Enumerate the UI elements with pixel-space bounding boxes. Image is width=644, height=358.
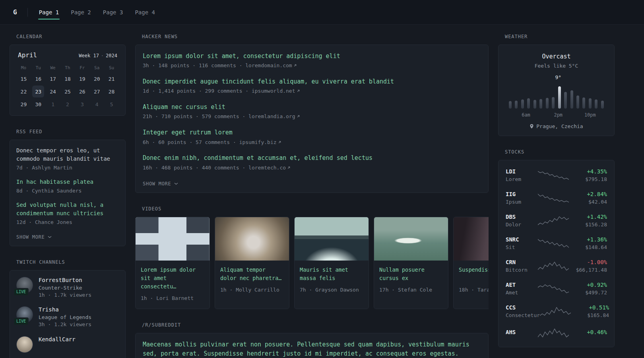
news-headline[interactable]: Lorem ipsum dolor sit amet, consectetur … — [143, 52, 481, 61]
channel-meta: 3h · 1.2k viewers — [39, 321, 91, 329]
video-title[interactable]: Lorem ipsum dolor sit amet consectetu… — [141, 266, 204, 291]
stock-row: AHS +0.46% — [505, 323, 608, 343]
calendar-day: 15 — [17, 73, 29, 85]
weather-bar — [564, 92, 567, 109]
stock-values: +1.42% $156.28 — [569, 214, 607, 228]
news-headline[interactable]: Aliquam nec cursus elit — [143, 103, 481, 112]
calendar-week: Week 17 — [79, 53, 99, 58]
rss-headline[interactable]: In hac habitasse platea — [16, 178, 119, 186]
calendar-day: 2 — [62, 98, 74, 110]
calendar-day: 1 — [47, 98, 59, 110]
avatar-wrap — [16, 336, 33, 353]
video-card[interactable]: Suspendisse diam 18h · Tara — [453, 217, 489, 309]
stock-values: -1.00% $66,171.48 — [569, 259, 607, 273]
channel-game: Counter-Strike — [39, 285, 91, 291]
video-title[interactable]: Mauris sit amet massa felis — [300, 266, 363, 282]
news-meta: 6h · 60 points · 57 comments · ipsumify.… — [143, 139, 481, 146]
video-card[interactable]: Nullam posuere cursus ex 17h · Stefan Co… — [374, 217, 448, 309]
chevron-down-icon — [48, 236, 52, 238]
channel-name[interactable]: KendallCarr — [39, 336, 76, 342]
news-domain-link[interactable]: loremlandia.org — [248, 113, 295, 119]
separator-dot: · — [101, 53, 104, 58]
video-title[interactable]: Aliquam tempor dolor nec pharetra… — [220, 266, 284, 282]
stock-values: +0.51% $165.84 — [571, 304, 609, 318]
rss-meta: 8d · Cynthia Saunders — [16, 187, 119, 195]
weather-bar — [546, 98, 549, 109]
news-domain-link[interactable]: loremdomain.com — [245, 62, 292, 68]
video-card[interactable]: Aliquam tempor dolor nec pharetra… 1h · … — [215, 217, 289, 309]
tab-page-1[interactable]: Page 1 — [38, 1, 60, 24]
weather-feels-like: Feels like 5°C — [506, 63, 607, 69]
news-headline[interactable]: Donec imperdiet augue tincidunt felis al… — [143, 77, 481, 86]
video-title[interactable]: Nullam posuere cursus ex — [379, 266, 443, 282]
external-link-icon — [293, 64, 297, 67]
twitch-channel: LIVE ForrestBurton Counter-Strike 1h · 1… — [16, 277, 119, 299]
stock-change: -1.00% — [569, 259, 607, 265]
tab-page-3[interactable]: Page 3 — [102, 1, 124, 24]
twitch-widget: TWITCH CHANNELS LIVE ForrestBurton Count… — [10, 259, 126, 358]
stock-change: +4.35% — [569, 168, 607, 175]
video-card[interactable]: Mauris sit amet massa felis 7h · Grayson… — [294, 217, 369, 309]
news-headline[interactable]: Donec enim nibh, condimentum et accumsan… — [143, 154, 481, 163]
hn-show-more-button[interactable]: SHOW MORE — [143, 180, 178, 187]
calendar-day-header: Tu — [31, 63, 46, 72]
video-thumbnail — [374, 217, 448, 261]
rss-show-more-button[interactable]: SHOW MORE — [16, 233, 52, 241]
weather-times: 6am 2pm 10pm — [509, 111, 604, 119]
middle-column: HACKER NEWS Lorem ipsum dolor sit amet, … — [135, 34, 489, 358]
stock-name: Sit — [506, 244, 538, 250]
calendar-day: 29 — [17, 98, 29, 110]
news-meta: 21h · 710 points · 579 comments · loreml… — [143, 113, 481, 121]
video-title[interactable]: Suspendisse diam — [459, 266, 489, 282]
rss-item: Donec tempor eros leo, ut commodo mauris… — [16, 146, 119, 172]
weather-highlight-temp: 9° — [555, 74, 561, 80]
channel-info: KendallCarr — [39, 336, 76, 342]
video-card[interactable]: Lorem ipsum dolor sit amet consectetu… 1… — [135, 217, 210, 309]
tab-page-4[interactable]: Page 4 — [134, 1, 156, 24]
news-headline[interactable]: Integer eget rutrum lorem — [143, 128, 481, 137]
channel-name[interactable]: ForrestBurton — [39, 277, 91, 283]
video-meta: 18h · Tara — [459, 286, 489, 294]
rss-meta: 7d · Ashlyn Martin — [16, 164, 119, 172]
calendar-day: 17 — [47, 73, 59, 85]
tab-page-2[interactable]: Page 2 — [70, 1, 92, 24]
stock-sparkline — [540, 305, 571, 317]
rss-item: Sed volutpat nulla nisl, a condimentum n… — [16, 201, 119, 226]
weather-bar — [533, 100, 536, 109]
weather-bars — [509, 83, 604, 109]
left-column: CALENDAR April Week 17·2024 MoTuWeThFrSa… — [10, 34, 126, 358]
calendar-day-header: Sa — [89, 63, 104, 72]
avatar — [16, 336, 33, 353]
news-meta: 1d · 1,414 points · 299 comments · ipsum… — [143, 88, 481, 95]
news-meta-text: 21h · 710 points · 579 comments · — [143, 113, 248, 119]
post-headline[interactable]: Maecenas mollis pulvinar erat non posuer… — [143, 340, 481, 358]
stock-change: +1.42% — [569, 214, 607, 220]
news-meta-text: 1d · 1,414 points · 299 comments · — [143, 88, 252, 94]
news-domain-link[interactable]: loremtech.co — [248, 165, 286, 171]
video-body: Aliquam tempor dolor nec pharetra… 1h · … — [215, 261, 289, 300]
post-item: Maecenas mollis pulvinar erat non posuer… — [143, 340, 481, 358]
calendar-week-year: Week 17·2024 — [79, 53, 117, 58]
weather-bar — [595, 99, 597, 109]
weather-location: Prague, Czechia — [506, 123, 607, 129]
stock-id: CCS Consectetur — [506, 304, 540, 318]
channel-meta: 1h · 1.7k viewers — [39, 292, 91, 299]
channel-name[interactable]: Trisha — [39, 306, 91, 313]
video-meta: 1h · Lori Barnett — [141, 295, 204, 302]
avatar-wrap: LIVE — [16, 306, 33, 323]
rss-headline[interactable]: Donec tempor eros leo, ut commodo mauris… — [16, 146, 119, 163]
calendar-day: 27 — [91, 86, 103, 97]
rss-headline[interactable]: Sed volutpat nulla nisl, a condimentum n… — [16, 201, 119, 218]
calendar-day: 23 — [32, 86, 44, 97]
video-body: Mauris sit amet massa felis 7h · Grayson… — [295, 261, 369, 300]
rss-item: In hac habitasse platea 8d · Cynthia Sau… — [16, 178, 119, 195]
news-domain-link[interactable]: ipsumworld.net — [252, 88, 295, 94]
weather-bar — [509, 101, 512, 109]
news-meta: 3h · 148 points · 116 comments · loremdo… — [143, 62, 481, 70]
stock-price: $499.72 — [569, 290, 607, 296]
news-domain-link[interactable]: ipsumify.biz — [239, 139, 277, 145]
weather-bar — [576, 95, 579, 109]
video-body: Suspendisse diam 18h · Tara — [454, 261, 489, 300]
weather-time: 10pm — [584, 112, 596, 118]
stock-sparkline — [538, 327, 569, 339]
